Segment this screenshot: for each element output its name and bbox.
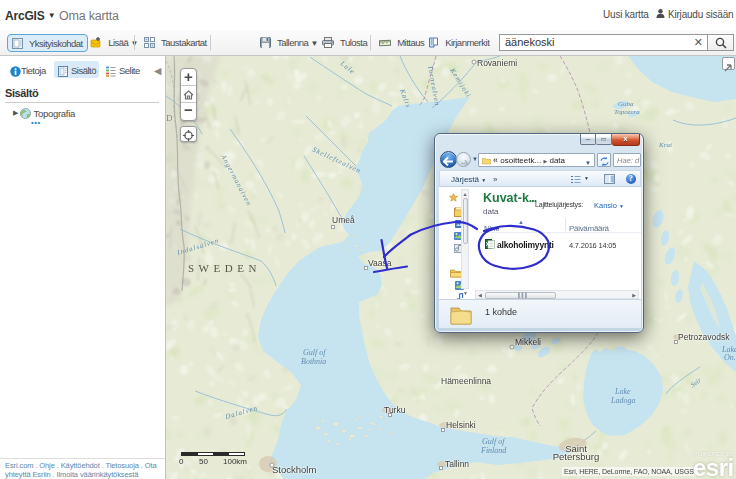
svg-text:Mikkeli: Mikkeli <box>515 337 541 347</box>
svg-text:Bothnia: Bothnia <box>301 357 326 366</box>
svg-text:Gulf of: Gulf of <box>303 348 327 357</box>
svg-text:Turku: Turku <box>384 405 406 415</box>
svg-text:Krai: Krai <box>658 141 672 149</box>
svg-text:Vaasa: Vaasa <box>368 258 392 268</box>
svg-text:Topozera: Topozera <box>614 108 640 116</box>
svg-text:Guba: Guba <box>618 100 634 108</box>
svg-text:Helsinki: Helsinki <box>446 420 476 430</box>
svg-text:Ladoga: Ladoga <box>610 396 635 405</box>
svg-text:Stockholm: Stockholm <box>272 464 316 475</box>
svg-text:Petrozavodsk: Petrozavodsk <box>678 332 730 342</box>
svg-text:Rovaniemi: Rovaniemi <box>477 58 517 68</box>
svg-text:Gulf of: Gulf of <box>482 437 506 446</box>
svg-text:SWEDEN: SWEDEN <box>188 262 261 274</box>
svg-text:On...: On... <box>724 353 736 362</box>
svg-text:Hämeenlinna: Hämeenlinna <box>441 376 491 386</box>
svg-text:Finland: Finland <box>480 446 507 455</box>
svg-text:Tallinn: Tallinn <box>445 459 469 469</box>
svg-text:Lake: Lake <box>614 387 631 396</box>
svg-text:D: D <box>166 113 176 123</box>
svg-text:Umeå: Umeå <box>332 215 355 225</box>
